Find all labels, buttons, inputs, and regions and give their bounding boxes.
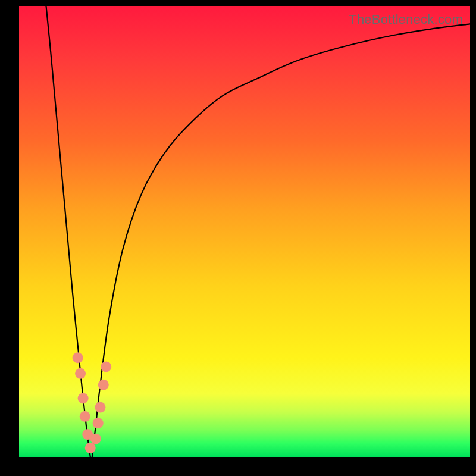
- data-marker: [75, 368, 86, 379]
- data-marker: [101, 361, 111, 372]
- data-marker: [73, 352, 83, 363]
- chart-frame: TheBottleneck.com: [0, 0, 476, 476]
- data-marker: [90, 434, 101, 444]
- curve-right-branch: [92, 24, 470, 457]
- data-marker: [80, 411, 90, 422]
- data-marker: [85, 443, 96, 453]
- curve-layer: [19, 6, 470, 457]
- data-marker: [78, 393, 89, 403]
- data-marker: [98, 380, 109, 390]
- data-marker: [93, 418, 104, 428]
- plot-area: TheBottleneck.com: [19, 6, 470, 457]
- curve-left-branch: [46, 6, 90, 457]
- data-marker: [95, 402, 105, 413]
